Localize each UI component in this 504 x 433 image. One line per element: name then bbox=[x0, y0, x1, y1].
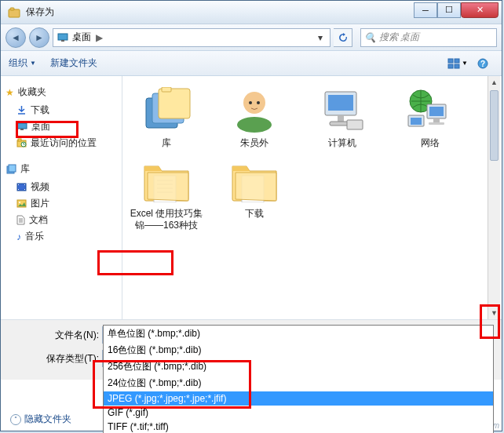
titlebar: 保存为 ─ ☐ ✕ bbox=[1, 1, 502, 24]
svg-rect-27 bbox=[162, 87, 171, 92]
chevron-up-icon: ˄ bbox=[10, 414, 21, 425]
svg-rect-13 bbox=[18, 139, 21, 141]
sidebar-item-music[interactable]: ♪ 音乐 bbox=[5, 228, 117, 245]
svg-rect-6 bbox=[448, 64, 453, 68]
scroll-thumb[interactable] bbox=[490, 90, 499, 161]
file-item-libraries[interactable]: 库 bbox=[127, 84, 206, 150]
svg-point-29 bbox=[243, 92, 265, 114]
svg-rect-7 bbox=[455, 64, 459, 68]
new-folder-button[interactable]: 新建文件夹 bbox=[50, 56, 97, 70]
download-icon bbox=[16, 105, 27, 115]
folder-icon bbox=[138, 155, 195, 206]
libraries-large-icon bbox=[138, 84, 195, 136]
forward-button[interactable]: ► bbox=[29, 27, 49, 48]
libraries-icon bbox=[5, 164, 16, 174]
svg-rect-26 bbox=[159, 89, 190, 118]
svg-rect-18 bbox=[18, 184, 19, 185]
sidebar-item-recent[interactable]: 最近访问的位置 bbox=[5, 135, 117, 151]
video-icon bbox=[16, 183, 27, 191]
window-controls: ─ ☐ ✕ bbox=[414, 2, 499, 18]
svg-text:?: ? bbox=[480, 60, 485, 68]
desktop-icon bbox=[16, 122, 27, 131]
sidebar-favorites[interactable]: ★ 收藏夹 bbox=[5, 86, 117, 99]
scrollbar[interactable]: ▲ ▼ bbox=[488, 76, 500, 319]
sidebar-item-videos[interactable]: 视频 bbox=[5, 179, 117, 195]
svg-point-30 bbox=[249, 101, 252, 104]
music-icon: ♪ bbox=[16, 231, 21, 242]
file-item-user[interactable]: 朱员外 bbox=[215, 84, 294, 150]
svg-rect-43 bbox=[411, 118, 422, 125]
titlebar-text: 保存为 bbox=[26, 5, 414, 19]
search-box[interactable]: 🔍 搜索 桌面 bbox=[360, 28, 497, 47]
dropdown-option[interactable]: 单色位图 (*.bmp;*.dib) bbox=[104, 326, 493, 342]
svg-point-23 bbox=[19, 202, 20, 203]
svg-rect-4 bbox=[448, 59, 453, 63]
sidebar-item-documents[interactable]: 文档 bbox=[5, 212, 117, 228]
svg-rect-19 bbox=[18, 189, 19, 190]
sidebar-item-pictures[interactable]: 图片 bbox=[5, 195, 117, 212]
address-path: 桌面 bbox=[72, 31, 91, 44]
navbar: ◄ ► 桌面 ▶ ▾ 🔍 搜索 桌面 bbox=[1, 24, 502, 51]
app-icon bbox=[7, 5, 21, 20]
svg-rect-2 bbox=[58, 34, 68, 40]
close-button[interactable]: ✕ bbox=[461, 2, 499, 18]
file-item-computer[interactable]: 计算机 bbox=[303, 84, 382, 150]
toolbar: 组织 ▼ 新建文件夹 ▼ ? bbox=[1, 51, 502, 76]
address-bar[interactable]: 桌面 ▶ ▾ bbox=[53, 28, 331, 47]
file-item-network[interactable]: 网络 bbox=[391, 84, 469, 150]
computer-large-icon bbox=[314, 84, 371, 136]
svg-point-31 bbox=[257, 101, 260, 104]
hide-folders-link[interactable]: ˄ 隐藏文件夹 bbox=[10, 413, 71, 426]
help-button[interactable]: ? bbox=[472, 55, 494, 72]
dropdown-option[interactable]: JPEG (*.jpg;*.jpeg;*.jpe;*.jfif) bbox=[104, 391, 493, 406]
dropdown-option[interactable]: 256色位图 (*.bmp;*.dib) bbox=[104, 358, 493, 375]
file-item-folder2[interactable]: 下载 bbox=[215, 155, 294, 232]
svg-rect-39 bbox=[429, 107, 444, 116]
picture-icon bbox=[16, 199, 27, 208]
star-icon: ★ bbox=[5, 87, 14, 98]
filetype-label: 保存类型(T): bbox=[40, 352, 99, 366]
sidebar: ★ 收藏夹 下载 桌面 bbox=[1, 76, 122, 319]
refresh-button[interactable] bbox=[334, 28, 352, 47]
dropdown-option[interactable]: 16色位图 (*.bmp;*.dib) bbox=[104, 342, 493, 358]
body-area: ★ 收藏夹 下载 桌面 bbox=[1, 76, 502, 319]
svg-rect-3 bbox=[61, 40, 64, 42]
svg-rect-33 bbox=[328, 95, 353, 111]
svg-rect-40 bbox=[433, 118, 440, 122]
svg-rect-20 bbox=[24, 184, 25, 185]
document-icon bbox=[16, 215, 25, 225]
svg-rect-21 bbox=[24, 189, 25, 190]
sidebar-libraries[interactable]: 库 bbox=[5, 162, 117, 176]
svg-rect-36 bbox=[347, 120, 363, 129]
search-icon: 🔍 bbox=[364, 32, 376, 43]
view-button[interactable]: ▼ bbox=[447, 55, 469, 72]
search-placeholder: 搜索 桌面 bbox=[379, 31, 419, 44]
organize-button[interactable]: 组织 ▼ bbox=[9, 56, 36, 70]
svg-rect-5 bbox=[455, 59, 459, 63]
dropdown-option[interactable]: 24位位图 (*.bmp;*.dib) bbox=[104, 375, 493, 391]
dropdown-option[interactable]: TIFF (*.tif;*.tiff) bbox=[104, 420, 493, 433]
network-large-icon bbox=[402, 84, 458, 136]
dropdown-option[interactable]: GIF (*.gif) bbox=[104, 406, 493, 420]
path-arrow: ▶ bbox=[96, 32, 103, 43]
file-area: 库 朱员外 计算机 网 bbox=[122, 76, 502, 319]
svg-rect-1 bbox=[10, 8, 14, 10]
svg-rect-10 bbox=[17, 123, 27, 129]
user-large-icon bbox=[226, 84, 283, 136]
svg-rect-11 bbox=[20, 129, 24, 130]
filetype-dropdown-list: 单色位图 (*.bmp;*.dib) 16色位图 (*.bmp;*.dib) 2… bbox=[103, 325, 494, 433]
scroll-up[interactable]: ▲ bbox=[488, 76, 500, 89]
address-dropdown[interactable]: ▾ bbox=[314, 32, 327, 43]
minimize-button[interactable]: ─ bbox=[414, 2, 437, 18]
maximize-button[interactable]: ☐ bbox=[437, 2, 461, 18]
sidebar-item-desktop[interactable]: 桌面 bbox=[5, 118, 117, 135]
scroll-down[interactable]: ▼ bbox=[488, 307, 500, 319]
desktop-icon bbox=[57, 31, 69, 44]
back-button[interactable]: ◄ bbox=[5, 27, 26, 48]
svg-point-28 bbox=[237, 117, 272, 133]
file-item-folder1[interactable]: Excel 使用技巧集锦——163种技 bbox=[127, 155, 206, 232]
svg-rect-34 bbox=[338, 115, 344, 122]
svg-rect-16 bbox=[9, 165, 16, 172]
sidebar-item-downloads[interactable]: 下载 bbox=[5, 102, 117, 118]
recent-icon bbox=[16, 138, 27, 148]
